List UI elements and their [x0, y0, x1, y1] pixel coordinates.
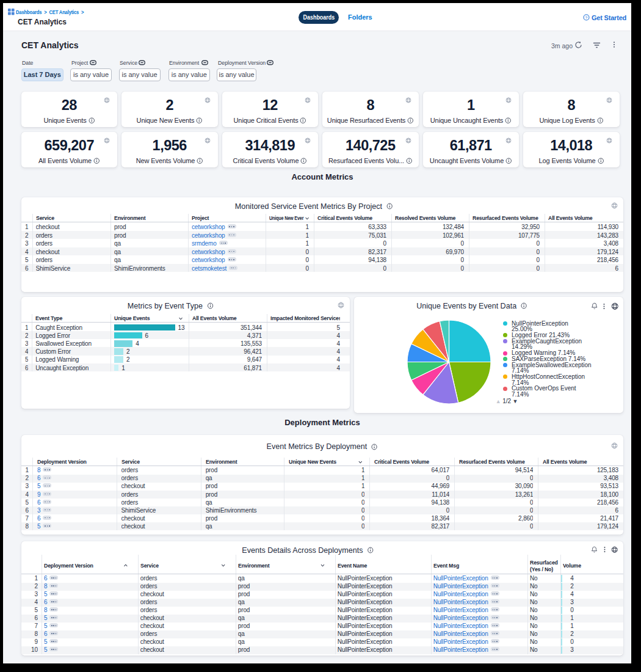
svg-text:?: ?: [585, 15, 588, 20]
